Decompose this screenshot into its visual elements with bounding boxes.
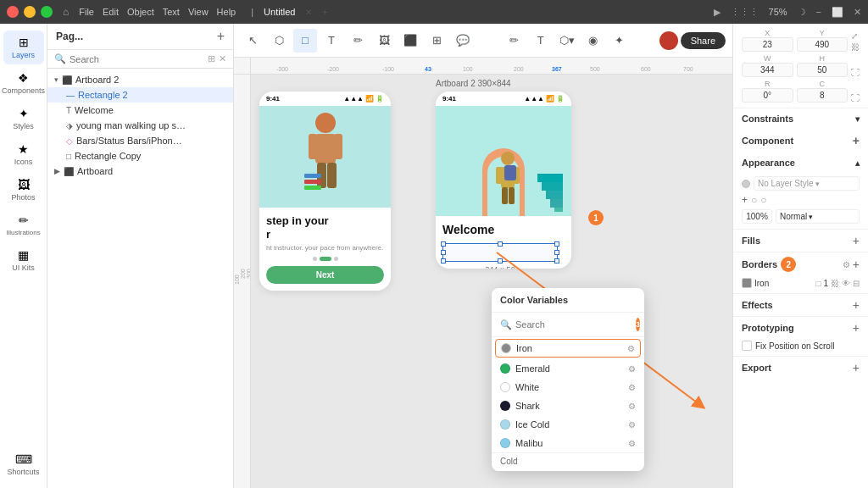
artboard2-container[interactable]: 9:41 ▲▲▲ 📶 🔋 [436, 92, 571, 269]
rectangle-tool[interactable]: □ [293, 29, 317, 53]
handle-tr[interactable] [554, 241, 559, 247]
menu-text[interactable]: Text [163, 7, 180, 17]
appearance-header[interactable]: Appearance ▴ [733, 152, 868, 173]
border-size-icon[interactable]: □ [815, 279, 821, 288]
sidebar-item-photos[interactable]: 🖼 Photos [3, 173, 44, 207]
close-button[interactable] [7, 6, 19, 18]
border-options-icon[interactable]: ⚙ [843, 260, 850, 269]
handle-ml[interactable] [441, 250, 446, 255]
shape-dropdown[interactable]: ⬡▾ [555, 29, 579, 53]
symbol-icon[interactable]: ✦ [608, 29, 632, 53]
add-proto-icon[interactable]: + [853, 321, 860, 335]
selected-rectangle[interactable]: 344 × 50 [442, 243, 558, 262]
handle-tm[interactable] [498, 241, 503, 247]
add-border-icon[interactable]: + [853, 258, 860, 271]
pen-edit-icon[interactable]: ✏ [503, 29, 526, 53]
comment-tool[interactable]: 💬 [451, 29, 475, 53]
layer-item-rect2[interactable]: — Rectangle 2 [47, 87, 233, 103]
icecold-edit-icon[interactable]: ⚙ [628, 420, 636, 430]
share-button[interactable]: Share [681, 32, 726, 49]
corner-input[interactable]: 8 [797, 88, 849, 103]
text-tool[interactable]: T [320, 29, 343, 53]
minimize-icon[interactable]: − [816, 7, 821, 17]
white-edit-icon[interactable]: ⚙ [628, 383, 636, 392]
image-tool[interactable]: 🖼 [372, 29, 396, 53]
component-section[interactable]: Component + [733, 129, 868, 152]
lock-icon[interactable]: ⛓ [851, 42, 860, 52]
border-delete-icon[interactable]: ⊟ [853, 279, 860, 288]
resize-icon[interactable]: ⤢ [851, 31, 860, 41]
layers-search-input[interactable] [70, 54, 204, 64]
h-field[interactable]: H 50 [797, 54, 849, 77]
window-controls[interactable] [7, 6, 53, 18]
color-var-item-icecold[interactable]: Ice Cold ⚙ [492, 415, 644, 434]
handle-bl[interactable] [441, 258, 446, 263]
maximize-button[interactable] [41, 6, 53, 18]
copy-style-icon[interactable]: ○ [760, 194, 766, 206]
add-page-button[interactable]: + [217, 29, 225, 44]
add-effect-icon[interactable]: + [853, 298, 860, 312]
minimize-button[interactable] [24, 6, 36, 18]
handle-tl[interactable] [441, 241, 446, 247]
zoom-level[interactable]: 75% [769, 7, 787, 17]
w-input[interactable]: 344 [742, 63, 793, 77]
text-edit-icon[interactable]: T [529, 29, 553, 53]
x-field[interactable]: X 23 [742, 29, 793, 52]
y-input[interactable]: 490 [797, 37, 849, 52]
handle-br[interactable] [554, 258, 559, 263]
blend-mode-select[interactable]: Normal ▾ [776, 209, 860, 224]
layer-style-select[interactable]: No Layer Style ▾ [754, 176, 860, 191]
minus-style-icon[interactable]: ○ [751, 194, 757, 206]
filter-icon[interactable]: ⊞ [208, 53, 215, 64]
color-var-item-emerald[interactable]: Emerald ⚙ [492, 359, 644, 378]
x-input[interactable]: 23 [742, 37, 793, 52]
layer-item-welcome[interactable]: T Welcome [47, 103, 233, 118]
artboard-tool[interactable]: ⬛ [398, 29, 422, 53]
next-button[interactable]: Next [266, 266, 384, 284]
handle-mr[interactable] [554, 250, 559, 255]
border-eye-icon[interactable]: 👁 [842, 279, 850, 288]
add-fill-icon[interactable]: + [853, 234, 860, 247]
cursor-tool[interactable]: ↖ [241, 29, 264, 53]
border-iron-swatch[interactable] [742, 278, 752, 288]
menu-edit[interactable]: Edit [103, 7, 119, 17]
color-var-item-white[interactable]: White ⚙ [492, 378, 644, 396]
border-link-icon[interactable]: ⛓ [831, 279, 839, 288]
selected-rect-wrapper[interactable]: 344 × 50 [442, 243, 565, 262]
r-input[interactable]: 0° [742, 88, 793, 103]
color-var-item-iron[interactable]: Iron ⚙ [495, 339, 641, 358]
color-var-item-malibu[interactable]: Malibu ⚙ [492, 434, 644, 452]
sidebar-item-shortcuts[interactable]: ⌨ Shortcuts [3, 447, 44, 481]
sidebar-item-illustrations[interactable]: ✏ Illustrations [3, 208, 44, 241]
menu-object[interactable]: Object [127, 7, 154, 17]
grid-view-icon[interactable]: ⋮⋮⋮ [731, 7, 759, 18]
present-button[interactable]: ▶ [714, 7, 721, 18]
add-component-icon[interactable]: + [853, 134, 860, 147]
sidebar-item-icons[interactable]: ★ Icons [3, 137, 44, 171]
w-field[interactable]: W 344 [742, 54, 793, 77]
layer-item-statusbar[interactable]: ◇ Bars/Status Bars/iPhone/Lig... [47, 133, 233, 148]
fill-icon[interactable]: ◉ [581, 29, 605, 53]
grid-tool[interactable]: ⊞ [425, 29, 448, 53]
handle-bm[interactable] [498, 258, 503, 263]
color-var-item-shark[interactable]: Shark ⚙ [492, 396, 644, 415]
pen-tool[interactable]: ✏ [346, 29, 370, 53]
emerald-edit-icon[interactable]: ⚙ [628, 364, 636, 374]
layer-item-artboard2[interactable]: ▾ ⬛ Artboard 2 [47, 72, 233, 87]
shark-edit-icon[interactable]: ⚙ [628, 402, 636, 411]
y-field[interactable]: Y 490 [797, 29, 849, 52]
h-input[interactable]: 50 [797, 63, 849, 77]
constraints-section[interactable]: Constraints ▾ [733, 108, 868, 129]
constrain-icon[interactable]: ⛶ [851, 68, 860, 77]
menu-view[interactable]: View [188, 7, 209, 17]
menu-file[interactable]: File [79, 7, 94, 17]
r-field[interactable]: R 0° [742, 80, 793, 103]
popup-search-input[interactable] [515, 319, 632, 330]
sidebar-item-styles[interactable]: ✦ Styles [3, 102, 44, 136]
layer-item-rectcopy[interactable]: □ Rectangle Copy [47, 148, 233, 164]
layer-item-artboard[interactable]: ▶ ⬛ Artboard [47, 164, 233, 179]
layer-item-image[interactable]: ⬗ young man walking up stairs [47, 118, 233, 133]
sidebar-item-layers[interactable]: ⊞ Layers [3, 30, 44, 64]
opacity-input[interactable]: 100% [742, 209, 772, 224]
fix-position-checkbox[interactable] [742, 341, 752, 351]
